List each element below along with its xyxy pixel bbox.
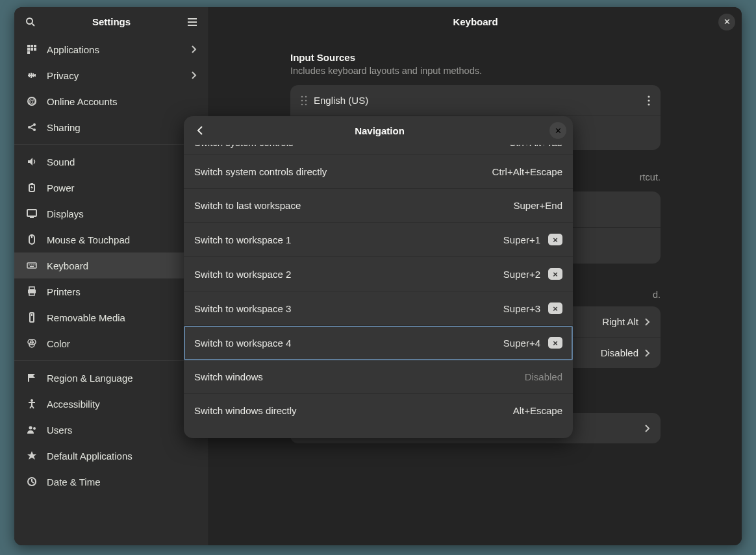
svg-marker-22 [31,186,33,190]
users-icon [26,424,38,436]
sidebar-item-mouse-touchpad[interactable]: Mouse & Touchpad [14,227,208,253]
sidebar-header: Settings [14,7,208,36]
shortcut-row[interactable]: Switch system controls directlyCtrl+Alt+… [184,155,573,189]
sidebar-item-removable-media[interactable]: Removable Media [14,304,208,330]
modal-header: Navigation ✕ [184,116,573,145]
hamburger-icon[interactable] [183,18,202,27]
special-value-1: Right Alt [602,316,638,327]
svg-rect-23 [27,210,36,216]
removable-icon [26,312,38,323]
sidebar-item-sound[interactable]: Sound [14,149,208,175]
sidebar-item-label: Applications [47,44,99,55]
sidebar-item-label: Color [47,338,70,349]
svg-rect-37 [31,314,32,316]
sidebar-item-region-language[interactable]: Region & Language [14,365,208,391]
chevron-right-icon [645,425,650,432]
sidebar-item-keyboard[interactable]: Keyboard [14,253,208,278]
app-title: Settings [40,16,183,27]
sidebar-item-accessibility[interactable]: Accessibility [14,391,208,417]
section-subtitle: Includes keyboard layouts and input meth… [290,66,661,76]
svg-point-29 [31,264,32,265]
sidebar-item-label: Online Accounts [47,96,117,107]
shortcut-value: Ctrl+Alt+Escape [492,166,562,177]
shortcut-row[interactable]: Switch to last workspaceSuper+End [184,189,573,223]
sidebar-item-displays[interactable]: Displays [14,201,208,227]
shortcut-label: Switch system controls directly [194,166,492,177]
svg-point-50 [305,95,307,97]
reset-shortcut-icon[interactable] [548,302,562,314]
reset-shortcut-icon[interactable] [548,337,562,349]
a11y-icon [26,398,38,410]
close-icon[interactable]: ✕ [549,122,566,139]
shortcut-value: Alt+Escape [513,405,562,416]
close-icon[interactable]: ✕ [718,14,735,31]
shortcut-value: Super+4 [503,338,540,349]
sidebar-item-date-time[interactable]: Date & Time [14,469,208,495]
reset-shortcut-icon[interactable] [548,268,562,280]
svg-rect-7 [34,45,36,47]
navigation-modal: Navigation ✕ Switch system controlsCtrl+… [184,116,573,438]
shortcut-row[interactable]: Switch system controlsCtrl+Alt+Tab [184,145,573,155]
mouse-icon [26,234,38,245]
sidebar-item-privacy[interactable]: Privacy [14,62,208,88]
shortcut-label: Switch windows directly [194,405,513,416]
svg-point-0 [27,18,32,24]
keyboard-icon [26,260,38,271]
special-value-2: Disabled [601,347,638,358]
shortcut-row[interactable]: Switch to workspace 3Super+3 [184,291,573,326]
shortcut-label: Switch to workspace 4 [194,338,503,349]
apps-icon [26,43,38,55]
svg-point-49 [301,95,303,97]
search-icon[interactable] [21,17,40,27]
main-header: Keyboard ✕ [209,7,742,36]
shortcut-row[interactable]: Switch windows directlyAlt+Escape [184,394,573,427]
sidebar-item-label: Users [47,425,72,436]
shortcut-value: Super+End [514,200,562,211]
sidebar-item-label: Removable Media [47,312,125,323]
chevron-right-icon [645,349,650,357]
online-icon: @ [26,95,38,107]
sidebar-item-sharing[interactable]: Sharing [14,114,208,140]
shortcut-value: Super+1 [503,234,540,245]
svg-point-52 [305,99,307,101]
sidebar-item-label: Displays [47,208,84,219]
sidebar-item-label: Printers [47,286,81,297]
sidebar-item-label: Accessibility [47,399,100,410]
svg-line-48 [32,482,34,483]
svg-text:@: @ [29,98,35,105]
modal-body: Switch system controlsCtrl+Alt+TabSwitch… [184,145,573,438]
input-source-row[interactable]: English (US) [290,85,661,116]
svg-rect-11 [27,51,30,54]
shortcut-row[interactable]: Switch to workspace 2Super+2 [184,257,573,291]
shortcut-value: Ctrl+Alt+Tab [509,145,562,148]
sidebar-item-applications[interactable]: Applications [14,36,208,62]
chevron-right-icon [192,71,197,79]
chevron-right-icon [645,318,650,326]
section-title-input-sources: Input Sources [290,52,661,63]
sidebar-item-label: Privacy [47,70,79,81]
svg-point-42 [31,399,33,402]
sidebar-item-power[interactable]: Power [14,175,208,201]
shortcut-row[interactable]: Switch windowsDisabled [184,360,573,394]
sidebar-item-online-accounts[interactable]: @Online Accounts [14,88,208,114]
sidebar-item-default-applications[interactable]: Default Applications [14,443,208,469]
drag-handle-icon[interactable] [301,95,307,106]
sidebar-item-printers[interactable]: Printers [14,278,208,304]
shortcut-row[interactable]: Switch to workspace 4Super+4 [184,326,573,360]
reset-shortcut-icon[interactable] [548,234,562,245]
sidebar-item-color[interactable]: Color [14,330,208,356]
datetime-icon [26,476,38,487]
shortcut-row[interactable]: Switch to workspace 1Super+1 [184,223,573,257]
chevron-right-icon [192,45,197,53]
svg-rect-35 [29,292,34,295]
shortcut-value: Super+3 [503,303,540,314]
svg-point-55 [648,95,649,97]
back-icon[interactable] [190,126,210,135]
svg-line-17 [31,125,34,127]
shortcut-label: Switch to workspace 3 [194,303,503,314]
modal-title: Navigation [210,125,549,136]
region-icon [26,372,38,384]
sidebar-item-users[interactable]: Users [14,417,208,443]
shortcut-value: Disabled [525,371,562,382]
kebab-icon[interactable] [648,95,650,106]
